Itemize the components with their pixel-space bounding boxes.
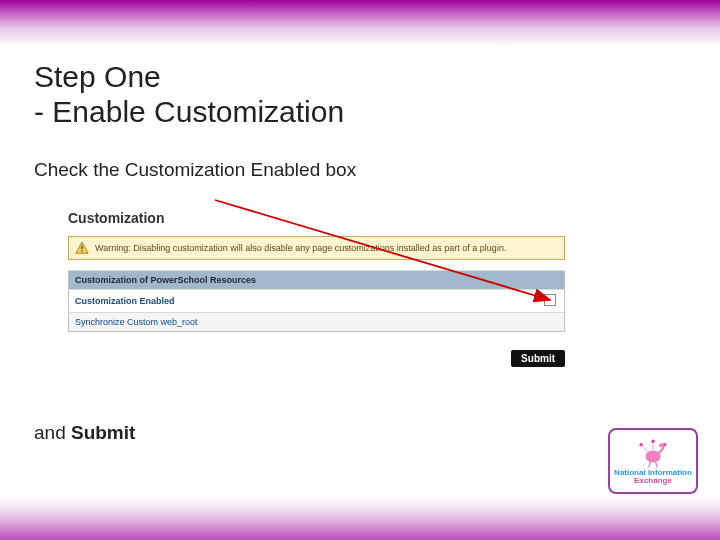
table-header-cell: Customization of PowerSchool Resources: [69, 271, 565, 290]
instruction-bottom-bold: Submit: [71, 422, 135, 443]
svg-rect-2: [81, 250, 82, 251]
panel-heading: Customization: [68, 210, 565, 226]
table-row: Synchronize Custom web_root: [69, 313, 565, 332]
table-header-row: Customization of PowerSchool Resources: [69, 271, 565, 290]
customization-enabled-checkbox[interactable]: [544, 294, 556, 306]
decorative-top-band: [0, 0, 720, 46]
instruction-bottom-prefix: and: [34, 422, 71, 443]
warning-banner: Warning: Disabling customization will al…: [68, 236, 565, 260]
table-row: Customization Enabled: [69, 290, 565, 313]
conference-badge: National Information Exchange: [608, 428, 698, 494]
warning-text: Warning: Disabling customization will al…: [95, 243, 506, 253]
svg-rect-1: [81, 245, 82, 249]
svg-point-8: [639, 443, 642, 446]
decorative-bottom-band: [0, 496, 720, 540]
slide-content: Step One - Enable Customization Check th…: [34, 60, 686, 181]
badge-line2: Exchange: [634, 477, 672, 485]
slide-title-line1: Step One: [34, 60, 686, 95]
submit-button[interactable]: Submit: [511, 350, 565, 367]
sync-web-root-link[interactable]: Synchronize Custom web_root: [75, 317, 198, 327]
slide-title-line2: - Enable Customization: [34, 95, 686, 130]
instruction-top: Check the Customization Enabled box: [34, 159, 686, 181]
svg-line-14: [656, 461, 658, 467]
svg-point-9: [651, 439, 654, 442]
instruction-bottom: and Submit: [34, 422, 135, 444]
row-enabled-label: Customization Enabled: [69, 290, 470, 313]
flamingo-icon: [636, 439, 670, 469]
customization-table: Customization of PowerSchool Resources C…: [68, 270, 565, 332]
embedded-screenshot-panel: Customization Warning: Disabling customi…: [68, 210, 565, 367]
svg-line-13: [649, 461, 651, 467]
svg-point-12: [660, 443, 664, 447]
warning-icon: [75, 241, 89, 255]
